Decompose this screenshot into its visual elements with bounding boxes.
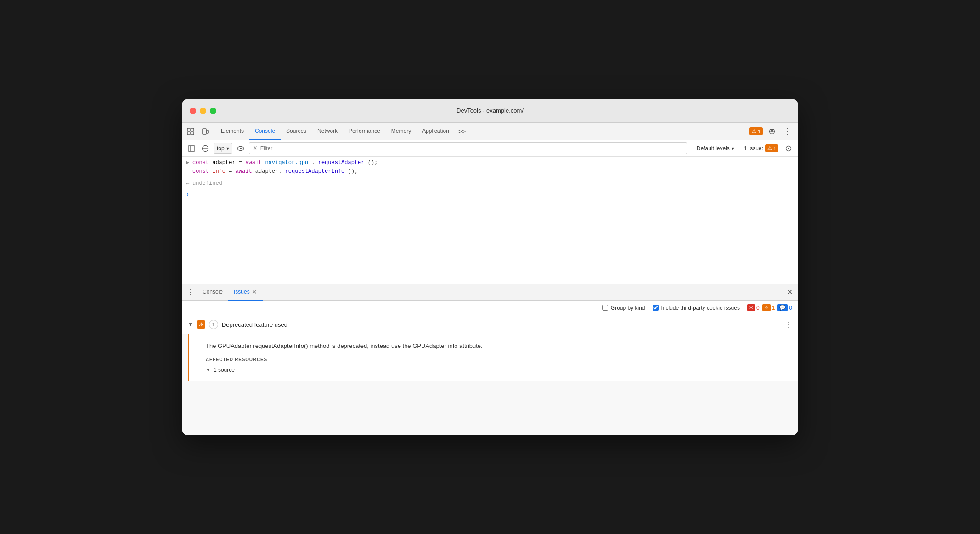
tab-sources[interactable]: Sources: [281, 123, 312, 140]
tab-application[interactable]: Application: [417, 123, 455, 140]
svg-rect-4: [203, 129, 206, 134]
output-value: undefined: [192, 180, 222, 187]
drawer-more-button[interactable]: ⋮: [185, 287, 195, 297]
more-icon-drawer: ⋮: [186, 288, 194, 296]
svg-point-13: [240, 148, 242, 149]
issue-count-circle: 1: [209, 320, 218, 329]
info-count-badge: 💬 0: [777, 304, 792, 311]
warning-count: 1: [758, 129, 760, 134]
prompt-arrow: ›: [186, 191, 192, 198]
sidebar-toggle-button[interactable]: [186, 143, 197, 154]
tab-console[interactable]: Console: [249, 123, 281, 140]
top-tabbar: Elements Console Sources Network Perform…: [182, 123, 798, 140]
console-settings-button[interactable]: [783, 143, 794, 154]
issues-list: ▼ ⚠ 1 Deprecated feature used ⋮ The GPUA…: [182, 315, 798, 435]
console-code-block: const adapter = await navigator.gpu . re…: [192, 159, 794, 176]
group-by-kind-label[interactable]: Group by kind: [602, 305, 645, 311]
issue-group-more-button[interactable]: ⋮: [785, 320, 792, 329]
toolbar-divider-2: [739, 144, 739, 153]
issue-group-deprecated[interactable]: ▼ ⚠ 1 Deprecated feature used ⋮: [182, 315, 798, 334]
filter-icon: ⊻: [253, 145, 258, 152]
drawer-tabbar: ⋮ Console Issues ✕ ✕: [182, 284, 798, 301]
svg-rect-0: [187, 128, 190, 131]
code-line-1: const adapter = await navigator.gpu . re…: [192, 159, 794, 167]
tab-performance[interactable]: Performance: [343, 123, 386, 140]
svg-rect-3: [191, 132, 194, 135]
include-third-party-checkbox[interactable]: [653, 305, 659, 311]
issues-count-value: 1: [773, 146, 776, 151]
info-count: 0: [789, 305, 792, 311]
context-selector[interactable]: top ▾: [214, 143, 232, 154]
include-third-party-label[interactable]: Include third-party cookie issues: [653, 305, 740, 311]
issues-tab-close[interactable]: ✕: [252, 288, 257, 295]
more-tabs-button[interactable]: >>: [455, 123, 469, 140]
default-levels-button[interactable]: Default levels ▾: [697, 145, 734, 152]
drawer-tab-console[interactable]: Console: [197, 284, 228, 301]
drawer-tab-issues[interactable]: Issues ✕: [228, 284, 263, 301]
group-by-kind-checkbox[interactable]: [602, 305, 608, 311]
expand-arrow[interactable]: ▶: [186, 159, 192, 166]
devtools-panel: Elements Console Sources Network Perform…: [182, 123, 798, 435]
tabbar-left-icons: [184, 125, 212, 138]
devtools-window: DevTools - example.com/ Elements Console: [182, 99, 798, 435]
console-line-input: ▶ const adapter = await navigator.gpu . …: [182, 157, 798, 178]
titlebar: DevTools - example.com/: [182, 99, 798, 123]
warning-badge[interactable]: ⚠ 1: [749, 127, 763, 135]
minimize-button[interactable]: [200, 108, 206, 114]
source-label: 1 source: [214, 367, 235, 373]
affected-resources-title: AFFECTED RESOURCES: [206, 357, 789, 362]
tab-network[interactable]: Network: [312, 123, 343, 140]
drawer-close-button[interactable]: ✕: [784, 287, 795, 298]
tab-elements[interactable]: Elements: [215, 123, 249, 140]
console-toolbar: top ▾ ⊻ Default levels ▾ 1 Issue: ⚠ 1: [182, 140, 798, 157]
console-line-prompt[interactable]: ›: [182, 189, 798, 200]
code-line-2: const info = await adapter. requestAdapt…: [192, 167, 794, 176]
error-count-badge: ✕ 0: [747, 304, 760, 311]
drawer-panel: ⋮ Console Issues ✕ ✕ Group by kind: [182, 284, 798, 435]
output-arrow: ←: [186, 180, 192, 187]
issues-warning-badge: ⚠ 1: [765, 144, 778, 152]
window-title: DevTools - example.com/: [456, 107, 524, 114]
svg-rect-1: [191, 128, 194, 131]
issues-toolbar: Group by kind Include third-party cookie…: [182, 301, 798, 315]
inspect-element-button[interactable]: [184, 125, 197, 138]
info-icon: 💬: [777, 304, 788, 311]
toolbar-divider: [692, 144, 692, 153]
issues-count-display[interactable]: 1 Issue: ⚠ 1: [744, 144, 778, 152]
filter-input-wrap: ⊻: [249, 142, 687, 154]
console-output: ▶ const adapter = await navigator.gpu . …: [182, 157, 798, 284]
issues-counts: ✕ 0 ⚠ 1 💬 0: [747, 304, 792, 311]
tabbar-right-controls: ⚠ 1 ⋮: [749, 125, 794, 138]
close-button[interactable]: [190, 108, 196, 114]
issue-detail-deprecated: The GPUAdapter requestAdapterInfo() meth…: [188, 334, 798, 381]
issue-group-chevron: ▼: [188, 321, 193, 328]
clear-console-button[interactable]: [200, 143, 211, 154]
error-count: 0: [756, 305, 760, 311]
issue-group-title: Deprecated feature used: [222, 321, 287, 328]
eye-icon-button[interactable]: [235, 143, 246, 154]
more-options-button[interactable]: ⋮: [781, 125, 794, 138]
console-line-output: ← undefined: [182, 178, 798, 189]
maximize-button[interactable]: [210, 108, 216, 114]
issue-description: The GPUAdapter requestAdapterInfo() meth…: [206, 341, 789, 351]
tab-memory[interactable]: Memory: [386, 123, 417, 140]
device-mode-button[interactable]: [199, 125, 212, 138]
close-icon: ✕: [787, 288, 793, 296]
settings-button[interactable]: [766, 125, 778, 138]
filter-input[interactable]: [260, 145, 683, 152]
svg-rect-5: [207, 130, 208, 133]
svg-rect-2: [187, 132, 190, 135]
source-chevron-icon: ▼: [206, 367, 211, 373]
chevron-down-icon-levels: ▾: [732, 145, 734, 152]
svg-point-14: [788, 148, 789, 149]
warn-count-badge: ⚠ 1: [762, 304, 775, 311]
issue-source-row[interactable]: ▼ 1 source: [206, 367, 789, 373]
context-label: top: [217, 145, 225, 152]
issues-warn-icon: ⚠: [767, 145, 772, 151]
traffic-lights: [190, 108, 216, 114]
warn-count: 1: [772, 305, 775, 311]
chevron-down-icon: ▾: [226, 145, 229, 152]
warn-icon: ⚠: [762, 304, 771, 311]
warning-icon: ⚠: [752, 128, 756, 134]
issue-warning-icon: ⚠: [197, 320, 205, 329]
